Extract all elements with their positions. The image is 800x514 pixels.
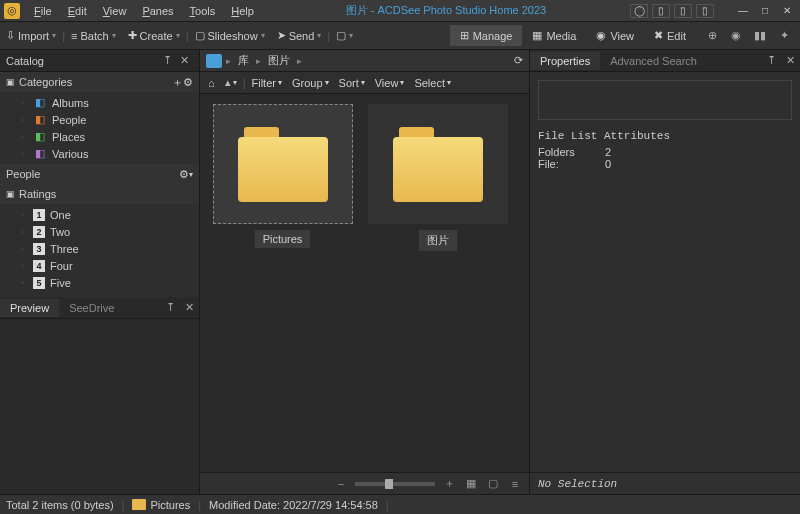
menu-tools[interactable]: Tools (182, 3, 224, 19)
close-button[interactable]: ✕ (778, 4, 796, 18)
drive-icon[interactable] (206, 54, 222, 68)
minimize-button[interactable]: — (734, 4, 752, 18)
create-button[interactable]: ✚Create▾ (122, 26, 186, 45)
status-items: Total 2 items (0 bytes) (6, 499, 114, 511)
catalog-item[interactable]: ▫◧Various (0, 145, 199, 162)
mode-view[interactable]: ◉View (586, 25, 644, 46)
breadcrumb-bar: ▸ 库 ▸ 图片 ▸ ⟳ (200, 50, 529, 72)
preview-close-icon[interactable]: ✕ (180, 301, 199, 314)
menu-view[interactable]: View (95, 3, 135, 19)
status-folder: Pictures (150, 499, 190, 511)
people-header[interactable]: People⚙▾ (0, 164, 199, 184)
folder-icon (132, 499, 146, 510)
view-list-icon[interactable]: ≡ (507, 476, 523, 492)
preview-tabbar: Preview SeeDrive ⤒ ✕ (0, 297, 199, 319)
folder-thumb[interactable]: Pictures (210, 104, 355, 251)
left-pane: Catalog ⤒ ✕ ▣Categories＋⚙ ▫◧Albums▫◧Peop… (0, 50, 200, 494)
rating-item[interactable]: ▫5Five (0, 274, 199, 291)
tab-seedrive[interactable]: SeeDrive (59, 299, 124, 317)
catalog-pin-icon[interactable]: ⤒ (159, 54, 176, 67)
tab-properties[interactable]: Properties (530, 52, 600, 70)
user-icon[interactable]: ◯ (630, 4, 648, 18)
extra-button[interactable]: ▢▾ (330, 26, 359, 45)
rating-item[interactable]: ▫1One (0, 206, 199, 223)
batch-button[interactable]: ≡Batch▾ (65, 27, 122, 45)
properties-preview-box (538, 80, 792, 120)
menu-help[interactable]: Help (223, 3, 262, 19)
props-close-icon[interactable]: ✕ (781, 54, 800, 67)
menu-file[interactable]: File (26, 3, 60, 19)
layout3-icon[interactable]: ▯ (696, 4, 714, 18)
property-row: File:0 (538, 158, 792, 170)
window-title: 图片 - ACDSee Photo Studio Home 2023 (262, 3, 630, 18)
tool-365-icon[interactable]: ◉ (726, 26, 746, 46)
folder-thumb[interactable]: 图片 (365, 104, 510, 251)
preview-pin-icon[interactable]: ⤒ (161, 301, 180, 314)
app-logo-icon: ◎ (4, 3, 20, 19)
catalog-close-icon[interactable]: ✕ (176, 54, 193, 67)
refresh-icon[interactable]: ⟳ (514, 54, 523, 67)
mode-manage[interactable]: ⊞Manage (450, 25, 523, 46)
tool-chart-icon[interactable]: ▮▮ (750, 26, 770, 46)
mode-media[interactable]: ▦Media (522, 25, 586, 46)
catalog-item[interactable]: ▫◧Albums (0, 94, 199, 111)
no-selection-label: No Selection (530, 472, 800, 494)
breadcrumb-1[interactable]: 图片 (265, 53, 293, 68)
select-button[interactable]: Select▾ (410, 75, 455, 91)
zoom-in-icon[interactable]: ＋ (441, 476, 457, 492)
right-pane: Properties Advanced Search ⤒ ✕ File List… (530, 50, 800, 494)
filter-bar: ⌂ ▴▾ | Filter▾ Group▾ Sort▾ View▾ Select… (200, 72, 529, 94)
properties-tabbar: Properties Advanced Search ⤒ ✕ (530, 50, 800, 72)
main-toolbar: ⇩Import▾ | ≡Batch▾ ✚Create▾ | ▢Slideshow… (0, 22, 800, 50)
status-bar: Total 2 items (0 bytes) | Pictures | Mod… (0, 494, 800, 514)
view-button[interactable]: View▾ (371, 75, 409, 91)
status-date: Modified Date: 2022/7/29 14:54:58 (209, 499, 378, 511)
view-pic-icon[interactable]: ▢ (485, 476, 501, 492)
preview-area (0, 319, 199, 494)
props-pin-icon[interactable]: ⤒ (762, 54, 781, 67)
attrs-label: File List Attributes (538, 130, 792, 142)
menu-panes[interactable]: Panes (134, 3, 181, 19)
categories-header[interactable]: ▣Categories＋⚙ (0, 72, 199, 92)
properties-body: File List Attributes Folders2File:0 (530, 72, 800, 472)
menu-edit[interactable]: Edit (60, 3, 95, 19)
nav-up-icon[interactable]: ▴▾ (221, 74, 241, 91)
rating-item[interactable]: ▫3Three (0, 240, 199, 257)
catalog-title: Catalog (6, 55, 159, 67)
filter-button[interactable]: Filter▾ (248, 75, 286, 91)
maximize-button[interactable]: □ (756, 4, 774, 18)
catalog-header: Catalog ⤒ ✕ (0, 50, 199, 72)
zoom-out-icon[interactable]: − (333, 476, 349, 492)
center-pane: ▸ 库 ▸ 图片 ▸ ⟳ ⌂ ▴▾ | Filter▾ Group▾ Sort▾… (200, 50, 530, 494)
slideshow-button[interactable]: ▢Slideshow▾ (189, 26, 271, 45)
layout2-icon[interactable]: ▯ (674, 4, 692, 18)
ratings-header[interactable]: ▣Ratings (0, 184, 199, 204)
mode-edit[interactable]: ✖Edit (644, 25, 696, 46)
catalog-item[interactable]: ▫◧People (0, 111, 199, 128)
menubar: ◎ File Edit View Panes Tools Help 图片 - A… (0, 0, 800, 22)
nav-home-icon[interactable]: ⌂ (204, 75, 219, 91)
tab-preview[interactable]: Preview (0, 299, 59, 317)
property-row: Folders2 (538, 146, 792, 158)
tool-globe-icon[interactable]: ⊕ (702, 26, 722, 46)
thumb-footer: − ＋ ▦ ▢ ≡ (200, 472, 529, 494)
view-grid-icon[interactable]: ▦ (463, 476, 479, 492)
send-button[interactable]: ➤Send▾ (271, 26, 328, 45)
breadcrumb-0[interactable]: 库 (235, 53, 252, 68)
group-button[interactable]: Group▾ (288, 75, 333, 91)
sort-button[interactable]: Sort▾ (335, 75, 369, 91)
thumbnail-area[interactable]: Pictures图片 (200, 94, 529, 472)
tool-sparkle-icon[interactable]: ✦ (774, 26, 794, 46)
import-button[interactable]: ⇩Import▾ (0, 26, 62, 45)
rating-item[interactable]: ▫2Two (0, 223, 199, 240)
layout1-icon[interactable]: ▯ (652, 4, 670, 18)
tab-advanced-search[interactable]: Advanced Search (600, 52, 707, 70)
catalog-item[interactable]: ▫◧Places (0, 128, 199, 145)
zoom-slider[interactable] (355, 482, 435, 486)
rating-item[interactable]: ▫4Four (0, 257, 199, 274)
